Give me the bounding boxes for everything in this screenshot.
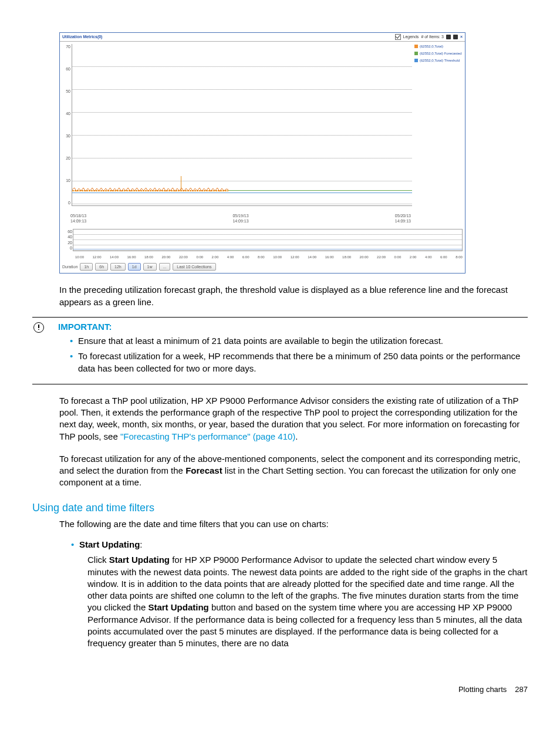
chart-title-bar: Utilization Metrics(0) Legends # of Item… xyxy=(60,33,465,42)
filters-intro: The following are the date and time filt… xyxy=(59,518,528,530)
legend: (62552,0,Total) (62552,0,Total) Forecast… xyxy=(412,44,463,212)
legends-checkbox[interactable] xyxy=(395,34,401,40)
start-updating-item: Start Updating: Click Start Updating for… xyxy=(71,539,528,649)
duration-label: Duration xyxy=(62,264,77,269)
duration-12h[interactable]: 12h xyxy=(110,263,126,271)
page-footer: Plotting charts287 xyxy=(32,684,528,695)
duration-1d[interactable]: 1d xyxy=(128,263,141,271)
x-axis-labels: 05/18/1314:09:13 05/19/1314:09:13 05/20/… xyxy=(60,212,411,228)
important-item: To forecast utilization for a week, HP r… xyxy=(70,350,528,374)
utilization-chart-screenshot: Utilization Metrics(0) Legends # of Item… xyxy=(59,32,465,274)
chart-tool-icon[interactable] xyxy=(453,35,458,39)
items-count: # of Items: 3 xyxy=(421,34,444,39)
duration-1w[interactable]: 1w xyxy=(143,263,157,271)
duration-bar: Duration 1h 6h 12h 1d 1w ... Last 10 Col… xyxy=(60,261,465,273)
y-axis: 7060 5040 3020 100 xyxy=(62,44,72,205)
intro-paragraph: In the preceding utilization forecast gr… xyxy=(59,284,528,308)
navigator-x-axis: 10:0012:0014:0016:0018:0020:0022:000:002… xyxy=(60,254,465,261)
navigator[interactable]: 6040 200 xyxy=(73,229,463,251)
important-item: Ensure that at least a minimum of 21 dat… xyxy=(70,335,528,347)
duration-1h[interactable]: 1h xyxy=(80,263,93,271)
forecast-select-paragraph: To forecast utilization for any of the a… xyxy=(59,453,528,489)
chart-tool-icon[interactable] xyxy=(446,35,451,39)
forecast-line xyxy=(228,190,412,191)
duration-more[interactable]: ... xyxy=(159,263,171,271)
forecasting-thp-link[interactable]: "Forecasting THP's performance" (page 41… xyxy=(120,431,295,441)
actual-noise xyxy=(72,186,228,193)
legends-label: Legends xyxy=(403,34,419,39)
thp-paragraph: To forecast a ThP pool utilization, HP X… xyxy=(59,395,528,443)
important-icon xyxy=(33,322,44,333)
duration-6h[interactable]: 6h xyxy=(95,263,108,271)
section-title: Using date and time filters xyxy=(32,501,528,515)
plot-area xyxy=(72,44,412,206)
important-title: IMPORTANT: xyxy=(58,321,528,333)
close-icon[interactable]: × xyxy=(460,34,463,39)
chart-title: Utilization Metrics(0) xyxy=(62,34,102,39)
duration-last10[interactable]: Last 10 Collections xyxy=(173,263,215,271)
important-block: IMPORTANT: Ensure that at least a minimu… xyxy=(32,317,528,384)
